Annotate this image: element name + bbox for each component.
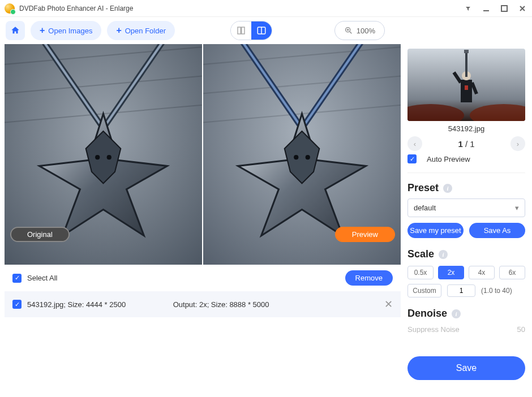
svg-rect-29 [465,51,467,77]
toolbar: + Open Images + Open Folder 100% [0,17,532,44]
single-view-button[interactable] [231,21,251,40]
preset-section: Preset i default ▾ Save my preset Save A… [407,175,525,241]
scale-0-5x-button[interactable]: 0.5x [407,266,434,279]
next-image-button[interactable]: › [510,136,525,151]
remove-button[interactable]: Remove [345,270,393,286]
auto-preview-checkbox[interactable]: ✓ [407,154,417,163]
scale-custom-input[interactable] [447,284,475,297]
preset-title: Preset [407,182,439,194]
scale-2x-button[interactable]: 2x [438,266,464,279]
view-mode-toggle [230,21,272,40]
info-icon[interactable]: i [452,309,461,318]
svg-line-7 [350,32,351,33]
svg-point-22 [294,155,298,159]
svg-point-15 [95,155,100,159]
auto-preview-label: Auto Preview [427,155,470,163]
split-view-button[interactable] [251,21,272,40]
original-pane[interactable]: Original [5,44,202,265]
svg-rect-30 [464,50,469,53]
file-list-header: ✓ Select All Remove [5,265,401,291]
scale-range-label: (1.0 to 40) [481,287,512,295]
app-logo-icon [5,3,15,14]
pin-icon[interactable] [463,3,473,14]
save-button[interactable]: Save [407,356,525,380]
open-images-button[interactable]: + Open Images [31,21,101,40]
denoise-section: Denoise i Suppress Noise 50 [407,301,525,333]
open-folder-label: Open Folder [125,27,166,35]
preview-area: Original [5,44,401,265]
info-icon[interactable]: i [439,250,448,259]
svg-point-23 [306,155,310,159]
preview-badge: Preview [335,227,395,242]
scale-section: Scale i 0.5x 2x 4x 6x Custom (1.0 to 40) [407,241,525,301]
preset-value: default [414,204,436,212]
save-as-button[interactable]: Save As [469,223,525,238]
maximize-icon[interactable] [499,3,509,14]
suppress-noise-value: 50 [517,325,525,333]
svg-point-16 [107,155,111,159]
preset-select[interactable]: default ▾ [407,198,525,217]
plus-icon: + [40,25,45,36]
denoise-title: Denoise [407,308,447,320]
file-row-remove-icon[interactable]: ✕ [384,298,393,310]
file-row-checkbox[interactable]: ✓ [12,300,22,309]
zoom-button[interactable]: 100% [334,21,385,40]
original-badge: Original [10,227,70,242]
svg-rect-0 [483,10,489,11]
preview-pane[interactable]: Preview [203,44,401,265]
suppress-noise-label: Suppress Noise [407,325,460,333]
svg-rect-2 [238,27,241,34]
open-images-label: Open Images [48,27,92,35]
magnifier-icon [344,26,353,35]
scale-custom-button[interactable]: Custom [407,284,441,297]
svg-rect-27 [461,80,472,102]
scale-6x-button[interactable]: 6x [499,266,525,279]
info-icon[interactable]: i [443,184,452,193]
file-row[interactable]: ✓ 543192.jpg; Size: 4444 * 2500 Output: … [5,291,401,317]
prev-image-button[interactable]: ‹ [407,136,422,151]
home-button[interactable] [6,21,25,40]
select-all-checkbox[interactable]: ✓ [12,274,22,283]
thumbnail-filename: 543192.jpg [407,121,525,135]
zoom-label: 100% [357,27,375,35]
minimize-icon[interactable] [481,3,491,14]
window-title: DVDFab Photo Enhancer AI - Enlarge [19,5,133,12]
title-bar: DVDFab Photo Enhancer AI - Enlarge [0,0,532,17]
page-counter: 1 / 1 [458,139,474,149]
file-output-info: Output: 2x; Size: 8888 * 5000 [173,300,269,309]
pager: ‹ 1 / 1 › [407,135,525,154]
close-icon[interactable] [517,3,527,14]
sidebar: 543192.jpg ‹ 1 / 1 › ✓ Auto Preview Pres… [401,44,532,397]
select-all-label: Select All [27,274,57,282]
svg-rect-1 [501,6,507,11]
svg-rect-31 [465,85,468,90]
chevron-down-icon: ▾ [515,204,519,212]
plus-icon: + [116,25,121,36]
file-name-size: 543192.jpg; Size: 4444 * 2500 [27,300,126,309]
save-my-preset-button[interactable]: Save my preset [407,223,464,238]
scale-title: Scale [407,248,434,260]
thumbnail[interactable] [407,49,525,121]
open-folder-button[interactable]: + Open Folder [107,21,175,40]
scale-4x-button[interactable]: 4x [469,266,495,279]
svg-rect-3 [242,27,244,34]
